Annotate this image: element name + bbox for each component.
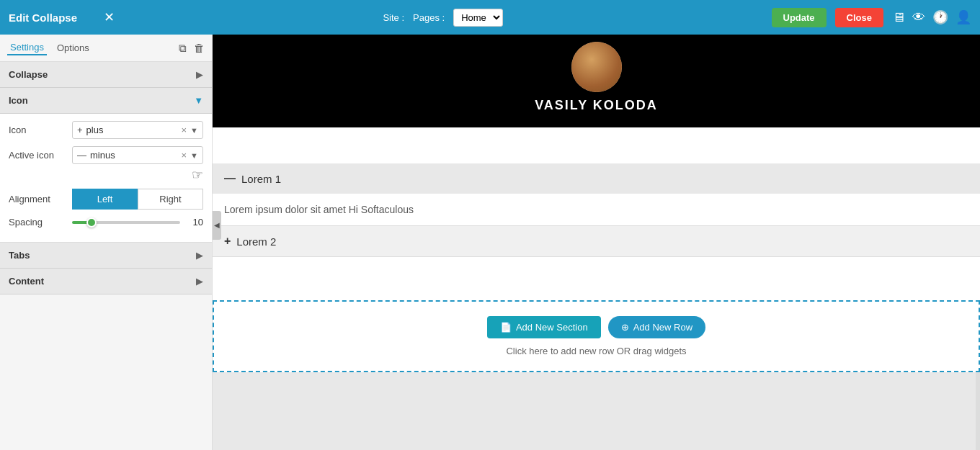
avatar-image	[571, 42, 622, 92]
icon-section-label: Icon	[9, 95, 28, 106]
icon-label: Icon	[9, 125, 66, 135]
close-button[interactable]: Close	[835, 8, 883, 27]
profile-name: VASILY KOLODA	[535, 98, 658, 113]
content-section-row[interactable]: Content ▶	[0, 269, 212, 294]
panel-collapse-toggle[interactable]: ◀	[213, 211, 221, 240]
history-icon[interactable]: 🕐	[932, 9, 948, 25]
update-button[interactable]: Update	[772, 8, 827, 27]
bottom-add-section: 📄 Add New Section ⊕ Add New Row Click he…	[213, 300, 980, 372]
icon-section-arrow: ▼	[194, 95, 203, 106]
slider-container: 10	[72, 217, 203, 228]
monitor-icon[interactable]: 🖥	[892, 10, 905, 25]
collapse-item-2: + Lorem 2	[213, 226, 980, 257]
main-layout: Settings Options ⧉ 🗑 Collapse ▶ Icon ▼ I…	[0, 35, 980, 450]
spacing-row: Spacing 10	[9, 217, 203, 228]
active-icon-select[interactable]: — minus × ▼	[72, 146, 203, 164]
active-icon-label: Active icon	[9, 150, 66, 161]
canvas-gap	[213, 127, 980, 163]
collapse-section-label: Collapse	[9, 69, 48, 80]
top-bar-icons: 🖥 👁 🕐 👤	[892, 9, 971, 25]
spacing-slider[interactable]	[72, 221, 180, 224]
content-arrow-icon: ▶	[196, 276, 203, 287]
add-new-row-button[interactable]: ⊕ Add New Row	[608, 316, 705, 338]
icon-clear-icon[interactable]: ×	[182, 125, 187, 135]
collapse-icon-1: —	[224, 172, 236, 185]
pages-select[interactable]: Home	[453, 9, 503, 27]
minus-icon: —	[77, 150, 86, 161]
right-area: VASILY KOLODA — Lorem 1 Lorem ipsum dolo…	[213, 35, 980, 450]
eye-icon[interactable]: 👁	[912, 10, 925, 25]
content-section-label: Content	[9, 276, 44, 287]
plus-icon: +	[77, 125, 83, 135]
tabs-section-label: Tabs	[9, 250, 30, 261]
left-panel: Settings Options ⧉ 🗑 Collapse ▶ Icon ▼ I…	[0, 35, 213, 450]
align-right-button[interactable]: Right	[138, 189, 203, 210]
alignment-buttons: Left Right	[72, 189, 203, 210]
canvas-gap-2	[213, 257, 980, 300]
collapse-body-text-1: Lorem ipsum dolor sit amet Hi Softaculou…	[224, 204, 414, 215]
panel-title: Edit Collapse	[9, 12, 95, 24]
active-icon-select-value: minus	[90, 150, 178, 161]
collapse-header-1[interactable]: — Lorem 1	[213, 163, 980, 194]
cursor-indicator: ☞	[192, 167, 203, 183]
add-section-file-icon: 📄	[500, 322, 512, 333]
collapse-title-2: Lorem 2	[236, 235, 276, 248]
active-icon-form-row: Active icon — minus × ▼	[9, 146, 203, 164]
collapse-section-row[interactable]: Collapse ▶	[0, 62, 212, 88]
alignment-label: Alignment	[9, 194, 66, 204]
tab-options[interactable]: Options	[54, 41, 92, 55]
icon-section-header[interactable]: Icon ▼	[0, 88, 212, 114]
delete-icon[interactable]: 🗑	[194, 42, 205, 54]
collapse-arrow-icon: ▶	[196, 69, 203, 80]
pages-label: Pages :	[413, 12, 445, 23]
person-icon[interactable]: 👤	[956, 9, 971, 25]
site-label: Site :	[383, 12, 404, 23]
slider-thumb[interactable]	[86, 217, 97, 228]
collapse-widget: — Lorem 1 Lorem ipsum dolor sit amet Hi …	[213, 163, 980, 257]
avatar	[571, 42, 622, 92]
add-row-plus-icon: ⊕	[621, 322, 629, 333]
spacing-value: 10	[186, 217, 203, 228]
panel-tabs: Settings Options ⧉ 🗑	[0, 35, 212, 62]
collapse-item-1: — Lorem 1 Lorem ipsum dolor sit amet Hi …	[213, 163, 980, 226]
icon-section-content: Icon + plus × ▼ Active icon — minus ×	[0, 114, 212, 242]
top-bar: Edit Collapse ✕ Site : Pages : Home Upda…	[0, 0, 980, 35]
tab-settings[interactable]: Settings	[7, 40, 47, 55]
collapse-title-1: Lorem 1	[241, 173, 281, 185]
icon-dropdown-arrow[interactable]: ▼	[190, 126, 198, 135]
active-icon-dropdown-arrow[interactable]: ▼	[190, 151, 198, 160]
spacing-label: Spacing	[9, 217, 66, 228]
align-left-button[interactable]: Left	[72, 189, 138, 210]
collapse-header-2[interactable]: + Lorem 2	[213, 226, 980, 256]
collapse-icon-2: +	[224, 235, 231, 248]
add-section-label: Add New Section	[516, 322, 588, 333]
add-new-section-button[interactable]: 📄 Add New Section	[487, 316, 601, 338]
active-icon-clear-icon[interactable]: ×	[182, 150, 187, 161]
add-row-label: Add New Row	[633, 322, 692, 333]
bottom-add-buttons: 📄 Add New Section ⊕ Add New Row	[487, 316, 705, 338]
tabs-section-row[interactable]: Tabs ▶	[0, 243, 212, 269]
copy-icon[interactable]: ⧉	[179, 42, 187, 55]
icon-form-row: Icon + plus × ▼	[9, 121, 203, 139]
bottom-hint: Click here to add new row OR drag widget…	[506, 346, 686, 356]
icon-section: Icon ▼ Icon + plus × ▼ Active icon	[0, 88, 212, 243]
canvas-area: VASILY KOLODA — Lorem 1 Lorem ipsum dolo…	[213, 35, 980, 450]
icon-select[interactable]: + plus × ▼	[72, 121, 203, 139]
collapse-body-1: Lorem ipsum dolor sit amet Hi Softaculou…	[213, 194, 980, 225]
tabs-arrow-icon: ▶	[196, 250, 203, 261]
icon-select-value: plus	[86, 125, 178, 135]
alignment-row: Alignment Left Right	[9, 189, 203, 210]
profile-section: VASILY KOLODA	[213, 35, 980, 127]
close-x-button[interactable]: ✕	[104, 9, 115, 25]
